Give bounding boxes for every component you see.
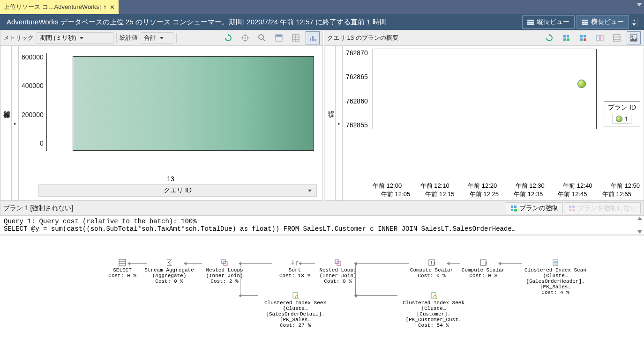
unforce-plan-icon (579, 34, 587, 42)
refresh-icon (225, 34, 232, 42)
svg-rect-20 (563, 38, 566, 41)
plan-title: プラン 1 [強制されない] (3, 204, 73, 213)
svg-rect-15 (310, 38, 311, 41)
svg-point-21 (567, 38, 569, 41)
pin-icon[interactable]: ⫯ (104, 4, 107, 11)
view-dropdown[interactable]: ▾ (631, 17, 637, 27)
select-icon (119, 259, 126, 266)
grid-icon (275, 34, 283, 42)
right-y-axis-label: 合計 (324, 46, 335, 200)
right-header: クエリ 13 のプランの概要 (327, 34, 398, 42)
chart-view-button[interactable] (627, 31, 641, 44)
query-id-combo[interactable]: クエリ ID (38, 184, 317, 197)
horizontal-view-icon (582, 20, 588, 25)
op-clustered-index-seek-1[interactable]: Clustered Index Seek (Cluste…[SalesOrder… (253, 292, 337, 328)
bar-x-label: 13 (22, 174, 320, 183)
magnifier-icon (258, 34, 266, 42)
picture-icon (630, 34, 637, 42)
plan-bar: プラン 1 [強制されない] プランの強制 プランを強制しない (0, 201, 644, 216)
scatter-plot[interactable]: 762870 762865 762860 762855 (373, 49, 597, 129)
op-compute-scalar-2[interactable]: fx Compute ScalarCost: 0 % (455, 259, 512, 279)
tab-strip: 上位リソース コ…AdventureWorks] ⫯ ✕ (0, 0, 644, 14)
close-icon[interactable]: ✕ (110, 4, 115, 11)
svg-rect-39 (569, 209, 571, 211)
nested-loops-icon (221, 259, 228, 266)
legend-item-1[interactable]: 1 (613, 114, 631, 124)
legend-swatch-icon (616, 116, 622, 122)
chart-view-button[interactable] (306, 31, 320, 44)
index-seek-icon (430, 292, 437, 299)
compare-button[interactable] (593, 31, 607, 44)
zoom-button[interactable] (255, 31, 269, 44)
svg-point-25 (584, 38, 586, 41)
table-icon (613, 34, 621, 42)
unforce-plan-button[interactable] (576, 31, 590, 44)
svg-rect-37 (569, 206, 571, 208)
table-view-button[interactable] (289, 31, 303, 44)
index-scan-icon (552, 259, 559, 266)
arrow (355, 263, 409, 264)
svg-text:fx: fx (430, 261, 435, 266)
plan-legend: プラン ID 1 (604, 101, 640, 126)
left-panel-toolbar: メトリック 期間 (ミリ秒) 統計値 合計 (0, 30, 322, 46)
arrow (448, 263, 460, 264)
svg-rect-41 (119, 259, 126, 266)
force-plan-icon (562, 34, 570, 42)
force-plan-button[interactable] (559, 31, 573, 44)
title-bar: AdventureWorks データベースの上位 25 のリソース コンシューマ… (0, 14, 644, 30)
bar-query-13[interactable] (73, 56, 314, 151)
svg-line-7 (263, 39, 265, 41)
scroll-down-icon[interactable] (637, 230, 642, 234)
op-clustered-index-scan[interactable]: Clustered Index Scan (Cluste…[SalesOrder… (513, 259, 598, 295)
grid-view-button[interactable] (272, 31, 286, 44)
svg-point-40 (572, 209, 575, 212)
chart-icon (309, 34, 316, 42)
arrow (240, 295, 258, 296)
index-seek-icon (292, 292, 299, 299)
bar-chart-plot[interactable] (46, 53, 320, 151)
left-collapse-handle[interactable]: ▸ (11, 46, 19, 200)
metric-combo[interactable]: 期間 (ミリ秒) (37, 32, 113, 44)
svg-rect-38 (572, 206, 575, 208)
arrow-vert (355, 263, 356, 296)
svg-rect-16 (312, 36, 314, 41)
plan-point-1[interactable] (577, 80, 586, 88)
svg-rect-19 (567, 35, 569, 37)
svg-rect-10 (276, 35, 282, 37)
table-icon (292, 34, 300, 42)
left-panel: メトリック 期間 (ミリ秒) 統計値 合計 総実行時間 ▸ (0, 30, 323, 201)
arrow (500, 263, 522, 264)
vertical-view-button[interactable]: 縦長ビュー (522, 15, 575, 29)
tab-title: 上位リソース コ…AdventureWorks] (4, 3, 101, 11)
unforce-plan-icon (568, 205, 576, 212)
right-panel-toolbar: クエリ 13 のプランの概要 (324, 30, 644, 46)
force-plan-icon (510, 205, 517, 212)
target-button[interactable] (238, 31, 252, 44)
force-plan-button[interactable]: プランの強制 (506, 202, 563, 214)
op-clustered-index-seek-2[interactable]: Clustered Index Seek (Cluste…[Customer].… (391, 292, 476, 328)
arrow-vert (240, 263, 240, 296)
svg-rect-27 (600, 36, 603, 40)
document-tab[interactable]: 上位リソース コ…AdventureWorks] ⫯ ✕ (0, 0, 119, 14)
refresh-button[interactable] (542, 31, 556, 44)
arrow (300, 263, 315, 264)
execution-plan[interactable]: SELECTCost: 0 % Stream Aggregate(Aggrega… (0, 235, 644, 338)
arrow (129, 263, 147, 264)
svg-text:fx: fx (482, 261, 487, 266)
table-view-button[interactable] (610, 31, 624, 44)
metric-label: メトリック (3, 34, 34, 42)
refresh-button[interactable] (221, 31, 235, 44)
arrow (185, 263, 202, 264)
y-axis: 600000 400000 200000 0 (22, 53, 46, 147)
horizontal-view-button[interactable]: 横長ビュー (577, 15, 629, 29)
y-axis-label: 総実行時間 (0, 46, 11, 200)
legend-title: プラン ID (608, 103, 636, 112)
vertical-view-icon (527, 20, 534, 25)
arrow (355, 295, 397, 296)
target-icon (241, 34, 249, 42)
op-compute-scalar-1[interactable]: fx Compute ScalarCost: 0 % (403, 259, 460, 279)
stat-combo[interactable]: 合計 (141, 32, 173, 44)
scroll-up-icon[interactable] (637, 217, 642, 220)
right-collapse-handle[interactable]: ▸ (335, 46, 343, 200)
hidden-tabs-dropdown[interactable] (637, 3, 642, 7)
